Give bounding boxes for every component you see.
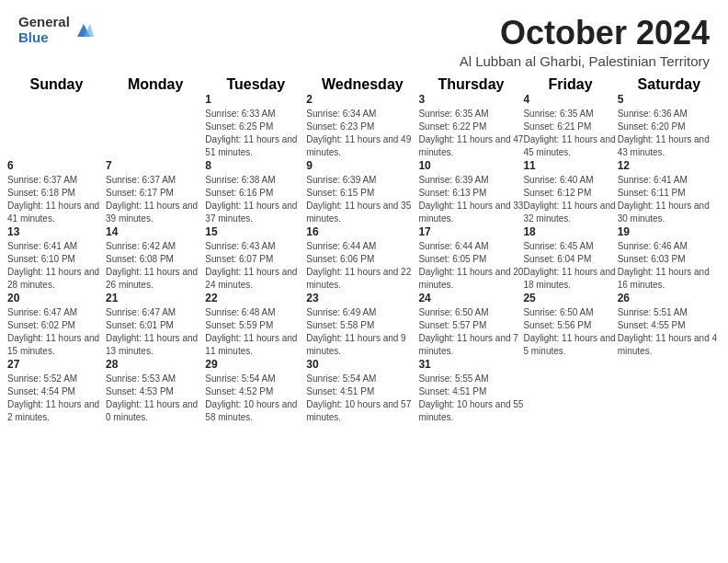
- calendar-cell: 26Sunrise: 5:51 AMSunset: 4:55 PMDayligh…: [618, 292, 721, 358]
- day-info: Sunrise: 6:42 AMSunset: 6:08 PMDaylight:…: [106, 240, 205, 292]
- calendar-cell: [523, 358, 617, 424]
- day-info: Sunrise: 6:37 AMSunset: 6:18 PMDaylight:…: [7, 174, 106, 225]
- calendar-cell: 6Sunrise: 6:37 AMSunset: 6:18 PMDaylight…: [7, 159, 106, 225]
- location-subtitle: Al Lubban al Gharbi, Palestinian Territo…: [460, 53, 710, 69]
- day-number: 16: [306, 225, 418, 238]
- calendar-cell: 19Sunrise: 6:46 AMSunset: 6:03 PMDayligh…: [618, 225, 721, 292]
- weekday-header-sunday: Sunday: [7, 76, 106, 93]
- calendar-cell: 29Sunrise: 5:54 AMSunset: 4:52 PMDayligh…: [205, 358, 306, 424]
- day-number: 29: [205, 358, 306, 371]
- day-info: Sunrise: 6:50 AMSunset: 5:57 PMDaylight:…: [418, 306, 523, 358]
- day-number: 1: [205, 93, 306, 106]
- weekday-header-saturday: Saturday: [618, 76, 721, 93]
- day-number: 17: [418, 225, 523, 238]
- day-info: Sunrise: 6:43 AMSunset: 6:07 PMDaylight:…: [205, 240, 306, 292]
- weekday-header-thursday: Thursday: [418, 76, 523, 93]
- calendar-cell: 2Sunrise: 6:34 AMSunset: 6:23 PMDaylight…: [306, 93, 418, 159]
- day-info: Sunrise: 5:53 AMSunset: 4:53 PMDaylight:…: [106, 373, 205, 424]
- calendar-cell: 9Sunrise: 6:39 AMSunset: 6:15 PMDaylight…: [306, 159, 418, 225]
- calendar-week-row: 1Sunrise: 6:33 AMSunset: 6:25 PMDaylight…: [7, 93, 721, 159]
- day-number: 23: [306, 292, 418, 304]
- logo: General Blue: [18, 15, 94, 45]
- calendar-cell: 31Sunrise: 5:55 AMSunset: 4:51 PMDayligh…: [418, 358, 523, 424]
- weekday-header-wednesday: Wednesday: [306, 76, 418, 93]
- day-info: Sunrise: 6:50 AMSunset: 5:56 PMDaylight:…: [523, 306, 617, 358]
- day-info: Sunrise: 6:40 AMSunset: 6:12 PMDaylight:…: [523, 174, 617, 225]
- calendar-cell: 23Sunrise: 6:49 AMSunset: 5:58 PMDayligh…: [306, 292, 418, 358]
- calendar-cell: [618, 358, 721, 424]
- day-number: 15: [205, 225, 306, 238]
- title-area: October 2024 Al Lubban al Gharbi, Palest…: [460, 15, 710, 69]
- day-info: Sunrise: 6:36 AMSunset: 6:20 PMDaylight:…: [618, 108, 721, 159]
- day-info: Sunrise: 6:33 AMSunset: 6:25 PMDaylight:…: [205, 108, 306, 159]
- logo-icon: [74, 20, 94, 40]
- day-number: 14: [106, 225, 205, 238]
- day-number: 21: [106, 292, 205, 304]
- day-info: Sunrise: 6:34 AMSunset: 6:23 PMDaylight:…: [306, 108, 418, 159]
- calendar-cell: 16Sunrise: 6:44 AMSunset: 6:06 PMDayligh…: [306, 225, 418, 292]
- calendar-cell: 8Sunrise: 6:38 AMSunset: 6:16 PMDaylight…: [205, 159, 306, 225]
- calendar-cell: 3Sunrise: 6:35 AMSunset: 6:22 PMDaylight…: [418, 93, 523, 159]
- day-info: Sunrise: 6:41 AMSunset: 6:11 PMDaylight:…: [618, 174, 721, 225]
- calendar-week-row: 6Sunrise: 6:37 AMSunset: 6:18 PMDaylight…: [7, 159, 721, 225]
- day-number: 20: [7, 292, 106, 304]
- calendar-cell: 15Sunrise: 6:43 AMSunset: 6:07 PMDayligh…: [205, 225, 306, 292]
- day-info: Sunrise: 5:55 AMSunset: 4:51 PMDaylight:…: [418, 373, 523, 424]
- calendar-cell: 10Sunrise: 6:39 AMSunset: 6:13 PMDayligh…: [418, 159, 523, 225]
- calendar-cell: 28Sunrise: 5:53 AMSunset: 4:53 PMDayligh…: [106, 358, 205, 424]
- calendar-cell: 21Sunrise: 6:47 AMSunset: 6:01 PMDayligh…: [106, 292, 205, 358]
- calendar-cell: 27Sunrise: 5:52 AMSunset: 4:54 PMDayligh…: [7, 358, 106, 424]
- day-info: Sunrise: 6:35 AMSunset: 6:21 PMDaylight:…: [523, 108, 617, 159]
- day-info: Sunrise: 5:54 AMSunset: 4:52 PMDaylight:…: [205, 373, 306, 424]
- calendar-cell: 30Sunrise: 5:54 AMSunset: 4:51 PMDayligh…: [306, 358, 418, 424]
- day-info: Sunrise: 6:37 AMSunset: 6:17 PMDaylight:…: [106, 174, 205, 225]
- day-info: Sunrise: 6:49 AMSunset: 5:58 PMDaylight:…: [306, 306, 418, 358]
- weekday-header-row: SundayMondayTuesdayWednesdayThursdayFrid…: [7, 76, 721, 93]
- calendar-cell: 1Sunrise: 6:33 AMSunset: 6:25 PMDaylight…: [205, 93, 306, 159]
- calendar-cell: 20Sunrise: 6:47 AMSunset: 6:02 PMDayligh…: [7, 292, 106, 358]
- month-year-title: October 2024: [460, 15, 710, 52]
- day-number: 4: [523, 93, 617, 106]
- day-number: 6: [7, 159, 106, 172]
- day-info: Sunrise: 6:47 AMSunset: 6:02 PMDaylight:…: [7, 306, 106, 358]
- calendar-cell: 24Sunrise: 6:50 AMSunset: 5:57 PMDayligh…: [418, 292, 523, 358]
- day-number: 11: [523, 159, 617, 172]
- calendar-cell: 17Sunrise: 6:44 AMSunset: 6:05 PMDayligh…: [418, 225, 523, 292]
- day-info: Sunrise: 6:48 AMSunset: 5:59 PMDaylight:…: [205, 306, 306, 358]
- day-number: 24: [418, 292, 523, 304]
- day-number: 26: [618, 292, 721, 304]
- day-number: 30: [306, 358, 418, 371]
- day-info: Sunrise: 6:46 AMSunset: 6:03 PMDaylight:…: [618, 240, 721, 292]
- calendar-cell: [106, 93, 205, 159]
- calendar-cell: 14Sunrise: 6:42 AMSunset: 6:08 PMDayligh…: [106, 225, 205, 292]
- calendar-wrapper: SundayMondayTuesdayWednesdayThursdayFrid…: [0, 76, 728, 431]
- day-number: 19: [618, 225, 721, 238]
- day-info: Sunrise: 6:44 AMSunset: 6:05 PMDaylight:…: [418, 240, 523, 292]
- calendar-cell: 12Sunrise: 6:41 AMSunset: 6:11 PMDayligh…: [618, 159, 721, 225]
- logo-general-text: General: [18, 15, 70, 30]
- calendar-cell: 7Sunrise: 6:37 AMSunset: 6:17 PMDaylight…: [106, 159, 205, 225]
- calendar-table: SundayMondayTuesdayWednesdayThursdayFrid…: [7, 76, 721, 424]
- calendar-cell: 13Sunrise: 6:41 AMSunset: 6:10 PMDayligh…: [7, 225, 106, 292]
- calendar-cell: [7, 93, 106, 159]
- weekday-header-friday: Friday: [523, 76, 617, 93]
- weekday-header-tuesday: Tuesday: [205, 76, 306, 93]
- day-number: 31: [418, 358, 523, 371]
- day-number: 9: [306, 159, 418, 172]
- day-info: Sunrise: 5:52 AMSunset: 4:54 PMDaylight:…: [7, 373, 106, 424]
- calendar-week-row: 13Sunrise: 6:41 AMSunset: 6:10 PMDayligh…: [7, 225, 721, 292]
- day-number: 27: [7, 358, 106, 371]
- weekday-header-monday: Monday: [106, 76, 205, 93]
- day-number: 8: [205, 159, 306, 172]
- day-number: 28: [106, 358, 205, 371]
- page-header: General Blue October 2024 Al Lubban al G…: [0, 0, 728, 76]
- day-number: 2: [306, 93, 418, 106]
- day-number: 13: [7, 225, 106, 238]
- day-info: Sunrise: 5:54 AMSunset: 4:51 PMDaylight:…: [306, 373, 418, 424]
- day-number: 3: [418, 93, 523, 106]
- calendar-cell: 22Sunrise: 6:48 AMSunset: 5:59 PMDayligh…: [205, 292, 306, 358]
- day-info: Sunrise: 6:39 AMSunset: 6:13 PMDaylight:…: [418, 174, 523, 225]
- logo-blue-text: Blue: [18, 30, 70, 46]
- day-info: Sunrise: 5:51 AMSunset: 4:55 PMDaylight:…: [618, 306, 721, 358]
- calendar-cell: 11Sunrise: 6:40 AMSunset: 6:12 PMDayligh…: [523, 159, 617, 225]
